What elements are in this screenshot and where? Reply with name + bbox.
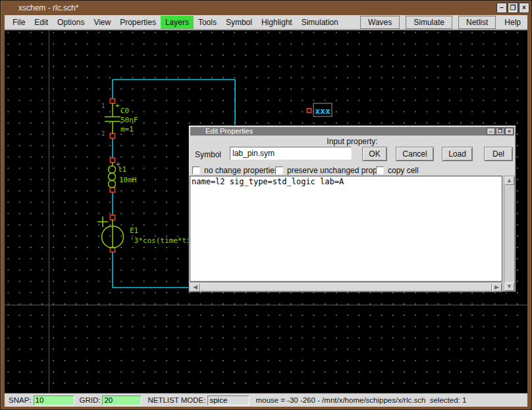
snap-input[interactable]	[34, 396, 74, 405]
dialog-maximize-icon[interactable]: ❐	[496, 128, 504, 135]
window-controls: – ❐ ×	[496, 3, 529, 13]
pin-square	[307, 109, 311, 113]
menu-properties[interactable]: Properties	[115, 16, 161, 29]
menu-simulation[interactable]: Simulation	[297, 16, 343, 29]
pin-square	[111, 158, 115, 163]
status-bar: SNAP: GRID: NETLIST MODE: mouse = -30 -2…	[5, 394, 527, 407]
pin-number: 2	[101, 131, 105, 137]
source-symbol	[97, 217, 124, 248]
inductor-symbol	[109, 163, 116, 188]
pin-square	[111, 215, 115, 220]
hscroll-thumb[interactable]	[200, 283, 492, 292]
menu-view[interactable]: View	[89, 16, 115, 29]
pin-label-text: xxx	[315, 106, 331, 116]
load-button[interactable]: Load	[442, 147, 473, 161]
input-property-label: Input property:	[189, 137, 516, 146]
capacitor-value: 50nF	[120, 116, 138, 124]
menu-highlight[interactable]: Highlight	[257, 16, 297, 29]
simulate-button[interactable]: Simulate	[406, 16, 452, 29]
capacitor-mult: m=1	[120, 125, 134, 134]
pin-square	[111, 134, 115, 138]
preserve-unchanged-props-checkbox[interactable]	[275, 167, 283, 174]
snap-label: SNAP:	[9, 396, 32, 404]
dialog-title: Edit Properties	[205, 127, 253, 136]
scroll-down-icon[interactable]: ▼	[504, 282, 514, 291]
ok-button[interactable]: OK	[362, 147, 387, 161]
properties-textarea[interactable]: name=l2 sig_type=std_logic lab=A	[190, 176, 502, 282]
no-change-properties-label: no change properties	[204, 167, 279, 175]
menu-help[interactable]: Help	[498, 16, 527, 29]
xschem-window: xschem - rlc.sch* – ❐ × File Edit Option…	[0, 0, 532, 410]
netlist-mode-input[interactable]	[207, 396, 250, 405]
menu-bar: File Edit Options View Properties Layers…	[5, 15, 527, 30]
dialog-title-bar[interactable]: Edit Properties – ❐ ×	[190, 127, 514, 136]
maximize-icon[interactable]: ❐	[508, 3, 518, 13]
del-button[interactable]: Del	[484, 147, 513, 161]
pin-number: 1	[101, 103, 105, 109]
vertical-scrollbar[interactable]: ▲ ▼	[504, 176, 515, 292]
waves-button[interactable]: Waves	[360, 16, 400, 29]
copy-cell-checkbox[interactable]	[376, 167, 384, 174]
mouse-status-text: mouse = -30 -260 - /mnt/x/home/schippes/…	[255, 396, 466, 404]
title-bar[interactable]: xschem - rlc.sch* – ❐ ×	[1, 1, 531, 14]
plus-mark: +	[115, 101, 120, 110]
netlist-button[interactable]: Netlist	[458, 16, 496, 29]
pin-square	[111, 99, 115, 103]
window-title: xschem - rlc.sch*	[18, 1, 78, 14]
minimize-icon[interactable]: –	[496, 3, 507, 13]
menu-layers[interactable]: Layers	[161, 16, 194, 29]
no-change-properties-checkbox[interactable]	[192, 167, 200, 174]
menu-right-group: Waves Simulate Netlist Help	[354, 16, 527, 29]
scroll-up-icon[interactable]: ▲	[504, 176, 514, 185]
menu-file[interactable]: File	[8, 16, 30, 29]
source-name: E1	[130, 226, 138, 235]
scroll-left-icon[interactable]: ◀	[190, 283, 200, 292]
checkbox-row: no change properties preserve unchanged …	[192, 167, 513, 176]
pin-label-xxx[interactable]: xxx	[307, 103, 332, 116]
netlist-mode-label: NETLIST MODE:	[147, 396, 205, 404]
preserve-unchanged-props-label: preserve unchanged props	[287, 167, 381, 175]
close-icon[interactable]: ×	[519, 3, 529, 13]
inductor-name: l1	[118, 165, 126, 174]
pin-square	[111, 188, 115, 192]
menu-tools[interactable]: Tools	[194, 16, 221, 29]
horizontal-scrollbar[interactable]: ◀ ▶	[190, 282, 502, 292]
grid-label: GRID:	[80, 396, 101, 404]
menu-symbol[interactable]: Symbol	[221, 16, 257, 29]
vscroll-trough[interactable]	[504, 185, 514, 282]
symbol-input[interactable]	[230, 147, 352, 160]
symbol-label: Symbol	[195, 150, 221, 159]
copy-cell-label: copy cell	[388, 167, 419, 175]
dialog-controls: – ❐ ×	[486, 128, 514, 135]
dialog-close-icon[interactable]: ×	[505, 128, 514, 135]
grid-input[interactable]	[102, 396, 142, 405]
edit-properties-dialog: Edit Properties – ❐ × Input property: Sy…	[188, 125, 516, 292]
capacitor-name: C0	[120, 107, 129, 115]
capacitor-c0[interactable]: 1 2 + C0 50nF m=1	[101, 99, 138, 138]
cancel-button[interactable]: Cancel	[396, 147, 434, 161]
dialog-minimize-icon[interactable]: –	[487, 128, 495, 135]
menu-edit[interactable]: Edit	[30, 16, 53, 29]
inductor-l1[interactable]: + l1 10mH	[109, 158, 137, 192]
menu-options[interactable]: Options	[53, 16, 89, 29]
inductor-value: 10mH	[119, 176, 137, 184]
scroll-right-icon[interactable]: ▶	[492, 283, 502, 292]
